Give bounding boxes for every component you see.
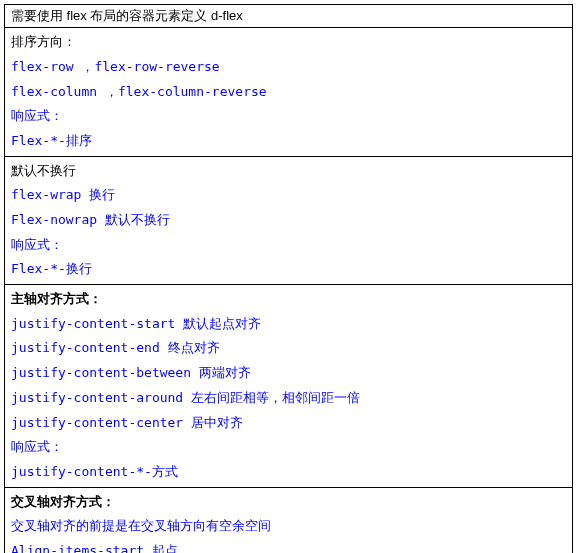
section-title: 主轴对齐方式： — [11, 287, 566, 312]
code-line: 交叉轴对齐的前提是在交叉轴方向有空余空间 — [11, 514, 566, 539]
section-justify: 主轴对齐方式： justify-content-start 默认起点对齐 jus… — [5, 285, 573, 488]
code-line: justify-content-around 左右间距相等，相邻间距一倍 — [11, 386, 566, 411]
table-header: 需要使用 flex 布局的容器元素定义 d-flex — [11, 7, 566, 25]
table-row: 排序方向： flex-row ，flex-row-reverse flex-co… — [5, 28, 573, 156]
code-line: Align-items-start 起点 — [11, 539, 566, 553]
code-line: Flex-nowrap 默认不换行 — [11, 208, 566, 233]
code-line: justify-content-*-方式 — [11, 460, 566, 485]
section-title: 默认不换行 — [11, 159, 566, 184]
code-line: justify-content-start 默认起点对齐 — [11, 312, 566, 337]
section-title: 排序方向： — [11, 30, 566, 55]
flex-table: 需要使用 flex 布局的容器元素定义 d-flex 排序方向： flex-ro… — [4, 4, 573, 553]
table-row: 交叉轴对齐方式： 交叉轴对齐的前提是在交叉轴方向有空余空间 Align-item… — [5, 487, 573, 553]
table-row: 需要使用 flex 布局的容器元素定义 d-flex — [5, 5, 573, 28]
code-line: flex-column ，flex-column-reverse — [11, 80, 566, 105]
section-title: 交叉轴对齐方式： — [11, 490, 566, 515]
section-wrap: 默认不换行 flex-wrap 换行 Flex-nowrap 默认不换行 响应式… — [5, 156, 573, 284]
code-line: justify-content-end 终点对齐 — [11, 336, 566, 361]
code-line: 响应式： — [11, 435, 566, 460]
code-line: justify-content-between 两端对齐 — [11, 361, 566, 386]
code-line: flex-wrap 换行 — [11, 183, 566, 208]
code-line: Flex-*-换行 — [11, 257, 566, 282]
code-line: justify-content-center 居中对齐 — [11, 411, 566, 436]
table-row: 默认不换行 flex-wrap 换行 Flex-nowrap 默认不换行 响应式… — [5, 156, 573, 284]
code-line: 响应式： — [11, 233, 566, 258]
table-row: 主轴对齐方式： justify-content-start 默认起点对齐 jus… — [5, 285, 573, 488]
section-align: 交叉轴对齐方式： 交叉轴对齐的前提是在交叉轴方向有空余空间 Align-item… — [5, 487, 573, 553]
code-line: Flex-*-排序 — [11, 129, 566, 154]
code-line: flex-row ，flex-row-reverse — [11, 55, 566, 80]
section-direction: 排序方向： flex-row ，flex-row-reverse flex-co… — [5, 28, 573, 156]
code-line: 响应式： — [11, 104, 566, 129]
